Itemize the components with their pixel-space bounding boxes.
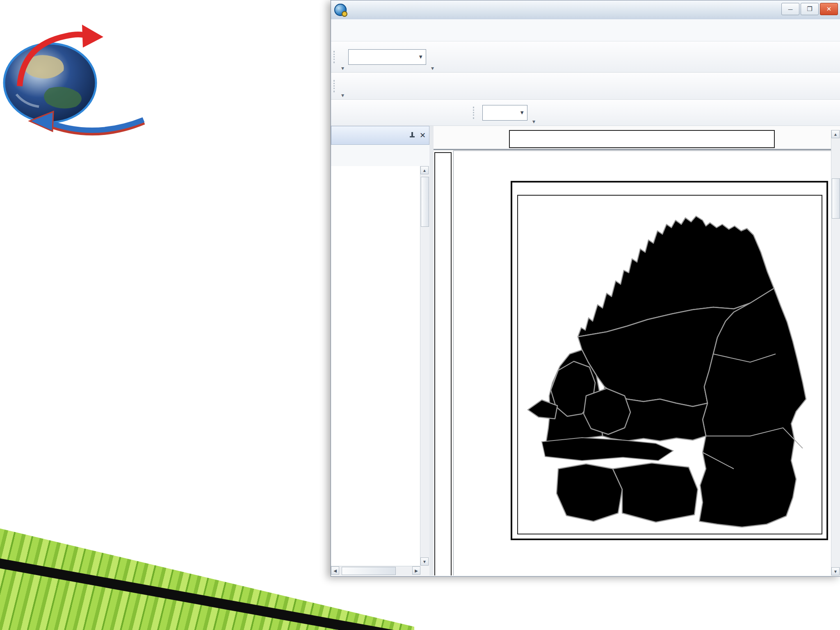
toolbar-grip[interactable] xyxy=(333,80,337,92)
arcmap-app-icon xyxy=(334,4,347,16)
scroll-right-icon[interactable] xyxy=(412,566,420,575)
slide-canvas xyxy=(0,0,840,630)
scroll-thumb[interactable] xyxy=(342,567,396,575)
layout-toolbar xyxy=(331,100,840,126)
horizontal-ruler xyxy=(509,130,775,148)
map-scale-combobox[interactable] xyxy=(348,49,426,65)
region-ziguinchor xyxy=(557,464,622,521)
scroll-up-icon[interactable] xyxy=(831,130,840,138)
senegal-choropleth-map[interactable] xyxy=(520,206,822,534)
toolbar-grip[interactable] xyxy=(333,51,337,63)
scroll-down-icon[interactable] xyxy=(831,567,840,575)
pin-icon[interactable] xyxy=(408,131,416,139)
layout-zoom-combobox[interactable] xyxy=(482,105,527,121)
toolbar-grip[interactable] xyxy=(473,107,477,119)
gambia-gap xyxy=(542,438,673,461)
logo-globe-art xyxy=(0,0,221,156)
map-vertical-scrollbar[interactable] xyxy=(831,130,840,575)
company-logo xyxy=(0,0,221,156)
scroll-thumb[interactable] xyxy=(421,177,429,227)
layout-top-edge xyxy=(434,149,840,150)
toolbar-overflow-icon[interactable] xyxy=(532,118,535,125)
menu-bar-items xyxy=(331,19,840,41)
arcmap-window xyxy=(331,0,840,577)
toolbar-overflow-icon[interactable] xyxy=(341,92,344,98)
scroll-down-icon[interactable] xyxy=(420,557,429,566)
title-bar[interactable] xyxy=(331,0,840,20)
toc-toolbar xyxy=(331,145,429,167)
standard-toolbar xyxy=(331,41,840,73)
toc-horizontal-scrollbar[interactable] xyxy=(331,566,420,575)
toc-layer-tree xyxy=(331,166,420,566)
toc-vertical-scrollbar[interactable] xyxy=(420,166,429,566)
combo-arrow-icon[interactable] xyxy=(519,110,525,116)
toolbar-overflow-icon[interactable] xyxy=(431,65,434,71)
minimize-button[interactable] xyxy=(781,3,799,15)
tools-toolbar xyxy=(331,73,840,100)
layout-view[interactable] xyxy=(434,126,840,575)
scroll-thumb[interactable] xyxy=(832,178,840,219)
table-of-contents-panel xyxy=(331,126,430,575)
toc-header[interactable] xyxy=(331,126,429,145)
scroll-left-icon[interactable] xyxy=(331,566,339,575)
restore-button[interactable] xyxy=(801,3,819,15)
red-arrow-head xyxy=(82,25,103,48)
scroll-up-icon[interactable] xyxy=(420,166,429,174)
add-data-dropdown-icon[interactable] xyxy=(341,65,344,71)
vertical-ruler xyxy=(434,152,452,575)
toc-close-icon[interactable] xyxy=(420,131,426,140)
close-button[interactable] xyxy=(820,3,838,15)
main-content xyxy=(331,126,840,575)
region-kolda xyxy=(613,463,698,522)
combo-arrow-icon[interactable] xyxy=(418,54,423,60)
region-diourbel xyxy=(584,388,630,434)
